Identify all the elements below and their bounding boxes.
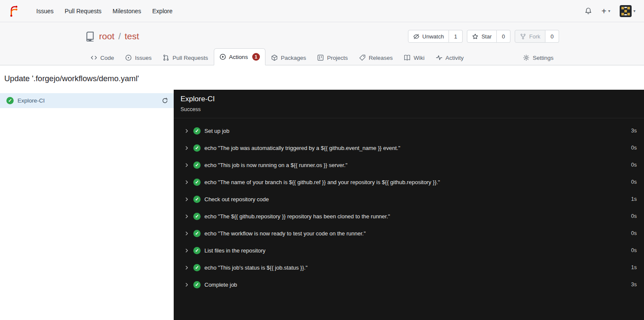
job-sidebar: ✓ Explore-CI: [0, 90, 174, 320]
star-icon: [472, 33, 478, 40]
tab-settings[interactable]: Settings: [517, 50, 559, 65]
chevron-right-icon: [184, 231, 189, 236]
nav-item-explore[interactable]: Explore: [147, 4, 178, 18]
success-check-icon: ✓: [193, 144, 201, 152]
tab-label: Packages: [281, 55, 306, 61]
stars-count-button[interactable]: 0: [497, 30, 510, 43]
chevron-right-icon: [184, 128, 189, 134]
tab-label: Releases: [369, 55, 393, 61]
tab-pull-requests[interactable]: Pull Requests: [157, 50, 213, 65]
chevron-right-icon: [184, 214, 189, 219]
step-duration: 3s: [631, 282, 637, 288]
caret-down-icon: ▾: [608, 9, 610, 13]
code-icon: [90, 54, 97, 61]
watchers-count-button[interactable]: 1: [449, 30, 463, 43]
step-duration: 0s: [631, 213, 637, 219]
eye-slash-icon: [413, 33, 420, 40]
step-row[interactable]: ✓ echo "The name of your branch is ${{ g…: [174, 173, 644, 191]
success-check-icon: ✓: [193, 213, 201, 220]
tab-label: Code: [100, 55, 114, 61]
step-name: Set up job: [204, 128, 230, 134]
step-name: echo "This job is now running on a ${{ r…: [204, 162, 347, 168]
repo-name-link[interactable]: test: [125, 31, 139, 41]
step-row[interactable]: ✓ echo "The workflow is now ready to tes…: [174, 225, 644, 242]
job-item-label: Explore-CI: [17, 97, 45, 104]
fork-icon: [520, 33, 526, 40]
play-circle-icon: [219, 53, 226, 60]
star-label: Star: [481, 33, 492, 40]
step-row-setup[interactable]: ✓ Set up job 3s: [174, 122, 644, 139]
project-board-icon: [317, 54, 324, 61]
chevron-right-icon: [184, 265, 189, 270]
repo-owner-link[interactable]: root: [99, 31, 114, 41]
nav-item-issues[interactable]: Issues: [31, 4, 59, 18]
step-duration: 1s: [631, 196, 637, 202]
star-button[interactable]: Star: [467, 30, 497, 43]
chevron-right-icon: [184, 248, 189, 253]
step-name: echo "This job's status is ${{ job.statu…: [204, 264, 308, 271]
step-row-checkout[interactable]: ✓ Check out repository code 1s: [174, 191, 644, 208]
tab-label: Issues: [135, 55, 152, 61]
repo-tabs: Code Issues Pull Requests Actions 1 Pack…: [82, 48, 562, 65]
success-check-icon: ✓: [193, 281, 201, 288]
chevron-right-icon: [184, 162, 189, 168]
step-row[interactable]: ✓ echo "This job's status is ${{ job.sta…: [174, 259, 644, 276]
success-check-icon: ✓: [6, 97, 14, 104]
forgejo-logo[interactable]: [9, 6, 20, 17]
tab-label: Projects: [327, 55, 348, 61]
issue-icon: [125, 54, 132, 61]
avatar: [620, 5, 632, 17]
step-row-list-files[interactable]: ✓ List files in the repository 0s: [174, 242, 644, 259]
repo-icon: [85, 31, 95, 41]
job-log-header: Explore-CI Success: [174, 90, 644, 118]
step-row[interactable]: ✓ echo "The job was automatically trigge…: [174, 139, 644, 156]
step-duration: 0s: [631, 145, 637, 151]
step-duration: 3s: [631, 128, 637, 134]
user-menu[interactable]: ▾: [620, 5, 635, 17]
success-check-icon: ✓: [193, 230, 201, 237]
notifications-bell-icon[interactable]: [585, 7, 592, 15]
tab-code[interactable]: Code: [85, 50, 119, 65]
success-check-icon: ✓: [193, 264, 201, 271]
fork-button[interactable]: Fork: [515, 30, 545, 43]
tab-packages[interactable]: Packages: [265, 50, 312, 65]
step-name: echo "The workflow is now ready to test …: [204, 230, 366, 237]
repo-path-separator: /: [118, 31, 121, 41]
pull-request-icon: [163, 54, 169, 61]
chevron-right-icon: [184, 282, 189, 288]
tab-actions[interactable]: Actions 1: [214, 48, 265, 65]
success-check-icon: ✓: [193, 161, 201, 169]
unwatch-button[interactable]: Unwatch: [408, 30, 449, 43]
create-new-button[interactable]: + ▾: [601, 7, 610, 15]
caret-down-icon: ▾: [633, 9, 635, 13]
forks-count-button[interactable]: 0: [545, 30, 559, 43]
refresh-icon[interactable]: [162, 97, 168, 104]
step-duration: 0s: [631, 162, 637, 168]
step-row[interactable]: ✓ echo "This job is now running on a ${{…: [174, 156, 644, 173]
job-log-panel: Explore-CI Success ✓ Set up job 3s ✓ ech…: [174, 90, 644, 320]
tab-issues[interactable]: Issues: [119, 50, 157, 65]
job-status: Success: [181, 106, 637, 112]
step-name: echo "The job was automatically triggere…: [204, 145, 400, 151]
step-row-complete[interactable]: ✓ Complete job 3s: [174, 276, 644, 293]
tab-wiki[interactable]: Wiki: [398, 50, 430, 65]
tab-activity[interactable]: Activity: [430, 50, 469, 65]
run-title: Update '.forgejo/workflows/demo.yaml': [0, 65, 644, 90]
step-list: ✓ Set up job 3s ✓ echo "The job was auto…: [174, 118, 644, 293]
success-check-icon: ✓: [193, 179, 201, 186]
navbar: Issues Pull Requests Milestones Explore …: [0, 0, 644, 22]
tab-label: Pull Requests: [172, 55, 208, 61]
book-icon: [404, 54, 411, 61]
fork-label: Fork: [529, 33, 540, 40]
actions-count-badge: 1: [252, 53, 260, 61]
tab-releases[interactable]: Releases: [353, 50, 398, 65]
nav-item-pull-requests[interactable]: Pull Requests: [59, 4, 107, 18]
package-icon: [271, 54, 278, 61]
job-item-explore-ci[interactable]: ✓ Explore-CI: [0, 93, 174, 108]
nav-item-milestones[interactable]: Milestones: [107, 4, 147, 18]
success-check-icon: ✓: [193, 247, 201, 254]
tab-label: Settings: [533, 55, 554, 61]
tab-projects[interactable]: Projects: [312, 50, 353, 65]
step-row[interactable]: ✓ echo "The ${{ github.repository }} rep…: [174, 208, 644, 225]
plus-icon: +: [601, 7, 606, 15]
